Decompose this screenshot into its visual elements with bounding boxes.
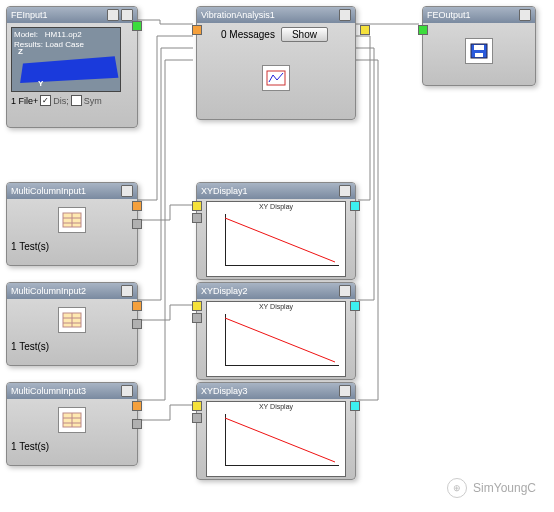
output-port[interactable] (132, 301, 142, 311)
feinput-block[interactable]: FEInput1 Model: HM11.op2 Results: Load C… (6, 6, 138, 128)
watermark-text: SimYoungC (473, 481, 536, 495)
mci1-header[interactable]: MultiColumnInput1 (7, 183, 137, 199)
plot-title: XY Display (207, 203, 345, 210)
feoutput-title: FEOutput1 (427, 10, 471, 20)
show-button[interactable]: Show (281, 27, 328, 42)
xy1-header[interactable]: XYDisplay1 (197, 183, 355, 199)
mci1-title: MultiColumnInput1 (11, 186, 86, 196)
analysis-icon (262, 65, 290, 91)
mci2-header[interactable]: MultiColumnInput2 (7, 283, 137, 299)
xy2-plot[interactable]: XY Display (206, 301, 346, 377)
output-port-2[interactable] (132, 319, 142, 329)
options-icon[interactable] (339, 9, 351, 21)
svg-rect-2 (474, 45, 484, 50)
file-count: 1 File+ (11, 96, 38, 106)
svg-rect-3 (475, 53, 483, 57)
model-value: HM11.op2 (45, 30, 82, 39)
options-icon[interactable] (339, 285, 351, 297)
watermark: ⊕ SimYoungC (447, 478, 536, 498)
sym-checkbox[interactable] (71, 95, 82, 106)
display-checkbox[interactable]: ✓ (40, 95, 51, 106)
table-icon (58, 307, 86, 333)
options-icon[interactable] (339, 185, 351, 197)
options-icon[interactable] (121, 9, 133, 21)
mci2-tests: 1 Test(s) (11, 341, 133, 352)
plot-title: XY Display (207, 303, 345, 310)
mci1-tests: 1 Test(s) (11, 241, 133, 252)
xy3-block[interactable]: XYDisplay3 XY Display (196, 382, 356, 480)
vibration-block[interactable]: VibrationAnalysis1 0 Messages Show (196, 6, 356, 120)
axis-y: Y (38, 79, 43, 89)
xy3-plot[interactable]: XY Display (206, 401, 346, 477)
vibration-title: VibrationAnalysis1 (201, 10, 275, 20)
display-label: Dis; (53, 96, 69, 106)
input-port-y[interactable] (192, 201, 202, 211)
output-port[interactable] (132, 201, 142, 211)
options-icon[interactable] (121, 185, 133, 197)
input-port[interactable] (418, 25, 428, 35)
vibration-header[interactable]: VibrationAnalysis1 (197, 7, 355, 23)
input-port-y[interactable] (192, 301, 202, 311)
xy1-title: XYDisplay1 (201, 186, 248, 196)
mci3-header[interactable]: MultiColumnInput3 (7, 383, 137, 399)
output-port[interactable] (350, 301, 360, 311)
results-value: Load Case (45, 40, 84, 49)
feinput-header[interactable]: FEInput1 (7, 7, 137, 23)
axis-z: Z (18, 47, 23, 57)
output-port[interactable] (350, 401, 360, 411)
feoutput-header[interactable]: FEOutput1 (423, 7, 535, 23)
mci3-block[interactable]: MultiColumnInput3 1 Test(s) (6, 382, 138, 466)
sym-label: Sym (84, 96, 102, 106)
xy2-title: XYDisplay2 (201, 286, 248, 296)
xy2-header[interactable]: XYDisplay2 (197, 283, 355, 299)
input-port-x[interactable] (192, 413, 202, 423)
options-icon[interactable] (339, 385, 351, 397)
input-port-y[interactable] (192, 401, 202, 411)
minimize-icon[interactable] (107, 9, 119, 21)
mci3-title: MultiColumnInput3 (11, 386, 86, 396)
output-port[interactable] (350, 201, 360, 211)
xy3-title: XYDisplay3 (201, 386, 248, 396)
xy3-header[interactable]: XYDisplay3 (197, 383, 355, 399)
table-icon (58, 207, 86, 233)
output-port-2[interactable] (132, 419, 142, 429)
output-port-3[interactable] (360, 25, 370, 35)
wechat-icon: ⊕ (447, 478, 467, 498)
plot-title: XY Display (207, 403, 345, 410)
xy2-block[interactable]: XYDisplay2 XY Display (196, 282, 356, 380)
options-icon[interactable] (121, 385, 133, 397)
input-port-x[interactable] (192, 213, 202, 223)
mci2-title: MultiColumnInput2 (11, 286, 86, 296)
messages-count: 0 Messages (221, 29, 275, 40)
save-icon (465, 38, 493, 64)
mci2-block[interactable]: MultiColumnInput2 1 Test(s) (6, 282, 138, 366)
output-port-2[interactable] (132, 219, 142, 229)
table-icon (58, 407, 86, 433)
xy1-block[interactable]: XYDisplay1 XY Display (196, 182, 356, 280)
feoutput-block[interactable]: FEOutput1 (422, 6, 536, 86)
output-port[interactable] (132, 401, 142, 411)
input-port-3[interactable] (192, 25, 202, 35)
mci1-block[interactable]: MultiColumnInput1 1 Test(s) (6, 182, 138, 266)
model-preview[interactable]: Model: HM11.op2 Results: Load Case Z Y (11, 27, 121, 92)
mci3-tests: 1 Test(s) (11, 441, 133, 452)
xy1-plot[interactable]: XY Display (206, 201, 346, 277)
model-label: Model: (14, 30, 38, 39)
feinput-title: FEInput1 (11, 10, 48, 20)
input-port-x[interactable] (192, 313, 202, 323)
options-icon[interactable] (121, 285, 133, 297)
options-icon[interactable] (519, 9, 531, 21)
output-port[interactable] (132, 21, 142, 31)
